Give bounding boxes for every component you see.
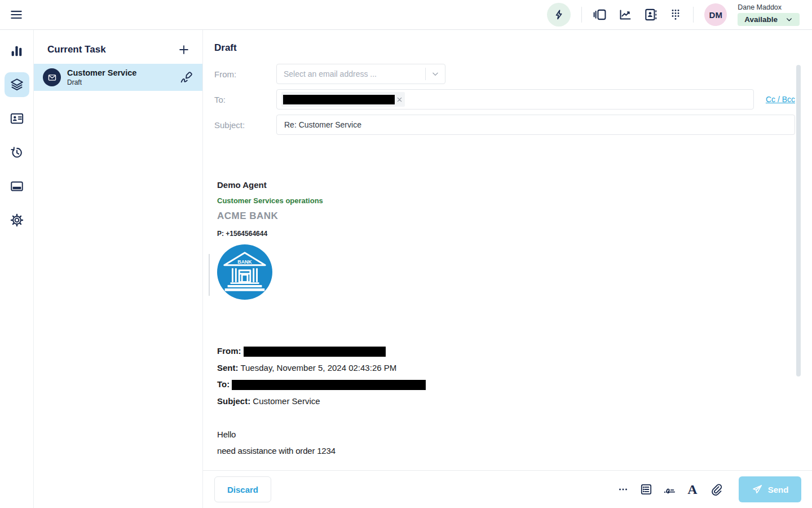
sidebar-item-contacts[interactable] bbox=[5, 106, 29, 131]
lightning-icon bbox=[553, 8, 565, 21]
cc-bcc-link[interactable]: Cc / Bcc bbox=[766, 95, 795, 104]
sidebar-item-settings[interactable] bbox=[5, 208, 29, 233]
hamburger-icon bbox=[9, 7, 24, 22]
task-name: Customer Service bbox=[67, 68, 179, 77]
sidebar-item-dashboard[interactable] bbox=[5, 38, 29, 63]
subject-row: Subject: Re: Customer Service bbox=[214, 115, 795, 135]
subject-label: Subject: bbox=[214, 120, 276, 130]
paper-plane-icon bbox=[752, 484, 763, 495]
to-label: To: bbox=[214, 95, 276, 104]
signature-department: Customer Services operations bbox=[217, 196, 812, 205]
window-icon bbox=[10, 179, 24, 194]
analytics-button[interactable] bbox=[618, 7, 633, 22]
template-list-icon bbox=[639, 483, 653, 496]
layers-icon bbox=[10, 77, 24, 92]
line-chart-icon bbox=[618, 7, 633, 22]
signature-company: ACME BANK bbox=[217, 211, 812, 222]
email-body-editor[interactable]: Demo Agent Customer Services operations … bbox=[203, 180, 812, 459]
signature-agent-name: Demo Agent bbox=[217, 180, 812, 190]
signature-icon bbox=[663, 483, 677, 497]
remove-recipient-button[interactable] bbox=[396, 97, 403, 103]
task-status: Draft bbox=[67, 78, 179, 86]
quoted-email-header: From: Sent: Tuesday, November 5, 2024 02… bbox=[217, 343, 812, 409]
chevron-down-icon bbox=[785, 16, 793, 23]
dialpad-icon bbox=[669, 8, 682, 21]
quoted-subject-line: Subject: Customer Service bbox=[217, 393, 812, 410]
redacted-recipient-email bbox=[283, 95, 395, 104]
panels-button[interactable] bbox=[593, 7, 607, 22]
signature-button[interactable] bbox=[662, 482, 677, 497]
add-task-button[interactable] bbox=[178, 43, 190, 56]
top-bar: DM Dane Maddox Available bbox=[0, 0, 812, 30]
topbar-divider bbox=[693, 7, 694, 23]
gear-icon bbox=[10, 213, 24, 227]
quoted-to-line: To: bbox=[217, 376, 812, 393]
panels-icon bbox=[593, 7, 607, 22]
signature-phone: P: +1564564644 bbox=[217, 230, 812, 238]
compose-pen-icon bbox=[179, 71, 193, 85]
font-icon: A bbox=[687, 483, 697, 496]
hamburger-menu-button[interactable] bbox=[9, 7, 24, 22]
ellipsis-icon bbox=[616, 483, 630, 496]
address-book-icon bbox=[643, 7, 658, 22]
scrollbar-thumb[interactable] bbox=[796, 65, 801, 376]
quoted-email-body: Hello need assistance with order 1234 bbox=[217, 426, 812, 459]
to-row: To: Cc / Bcc bbox=[214, 89, 795, 110]
user-name: Dane Maddox bbox=[738, 3, 800, 11]
templates-button[interactable] bbox=[639, 482, 654, 497]
chevron-down-icon bbox=[431, 70, 439, 78]
quick-actions-button[interactable] bbox=[547, 3, 571, 27]
editor-resize-handle[interactable] bbox=[209, 254, 210, 296]
sidebar-item-browser[interactable] bbox=[5, 174, 29, 199]
compose-pane: Draft From: Select an email address ... … bbox=[203, 30, 812, 508]
discard-button[interactable]: Discard bbox=[214, 476, 271, 502]
compose-draft-button[interactable] bbox=[179, 71, 193, 85]
font-format-button[interactable]: A bbox=[685, 482, 700, 497]
select-divider bbox=[425, 68, 426, 80]
left-icon-rail bbox=[0, 30, 34, 508]
close-icon bbox=[396, 97, 403, 103]
task-list-item[interactable]: Customer Service Draft bbox=[34, 64, 202, 91]
subject-input[interactable]: Re: Customer Service bbox=[276, 115, 795, 135]
attach-file-button[interactable] bbox=[708, 482, 723, 497]
contact-card-icon bbox=[10, 111, 24, 126]
bar-chart-icon bbox=[10, 44, 24, 58]
email-channel-icon bbox=[43, 68, 61, 86]
from-label: From: bbox=[214, 69, 276, 79]
compose-title: Draft bbox=[203, 30, 812, 54]
topbar-divider bbox=[581, 7, 582, 23]
from-address-select[interactable]: Select an email address ... bbox=[276, 64, 445, 84]
compose-footer: Discard bbox=[203, 470, 812, 508]
send-label: Send bbox=[768, 485, 789, 494]
sidebar-item-tasks[interactable] bbox=[5, 72, 29, 97]
recipient-chip[interactable] bbox=[281, 92, 405, 107]
redacted-sender-email bbox=[244, 347, 386, 357]
availability-dropdown[interactable]: Available bbox=[738, 13, 800, 26]
quoted-from-line: From: bbox=[217, 343, 812, 360]
availability-status: Available bbox=[744, 15, 778, 24]
user-avatar[interactable]: DM bbox=[704, 3, 727, 26]
quoted-body-line: Hello bbox=[217, 426, 812, 443]
current-task-panel: Current Task Customer Service Draft bbox=[34, 30, 203, 508]
more-options-button[interactable] bbox=[616, 482, 630, 497]
quoted-sent-line: Sent: Tuesday, November 5, 2024 02:43:26… bbox=[217, 360, 812, 376]
dialpad-button[interactable] bbox=[669, 8, 682, 21]
to-input[interactable] bbox=[276, 89, 754, 110]
paperclip-icon bbox=[709, 483, 723, 497]
plus-icon bbox=[178, 43, 190, 56]
bank-logo: BANK bbox=[217, 244, 272, 300]
bank-logo-label: BANK bbox=[237, 259, 252, 265]
send-button[interactable]: Send bbox=[739, 476, 801, 502]
history-icon bbox=[10, 145, 24, 160]
redacted-recipient-email bbox=[232, 380, 426, 390]
contacts-button[interactable] bbox=[643, 7, 658, 22]
sidebar-item-history[interactable] bbox=[5, 140, 29, 165]
quoted-body-line: need assistance with order 1234 bbox=[217, 443, 812, 459]
from-row: From: Select an email address ... bbox=[214, 64, 795, 84]
task-panel-title: Current Task bbox=[47, 44, 106, 55]
from-placeholder: Select an email address ... bbox=[284, 69, 422, 78]
